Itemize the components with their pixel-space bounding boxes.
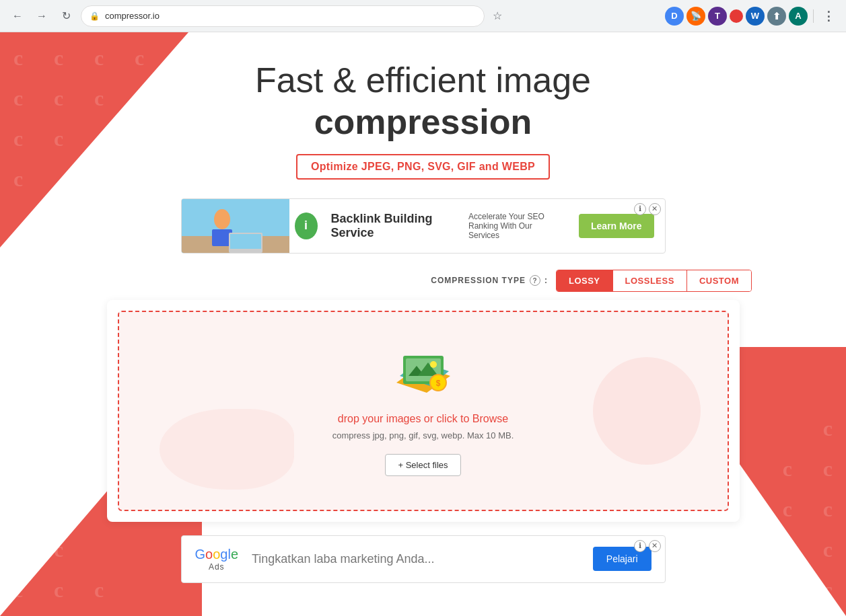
svg-point-2 xyxy=(214,209,230,229)
drop-zone-sub-text: compress jpg, png, gif, svg, webp. Max 1… xyxy=(332,430,514,440)
ext-d-button[interactable]: D xyxy=(665,7,684,26)
compression-type-row: COMPRESSION TYPE ? : LOSSY LOSSLESS CUST… xyxy=(431,270,752,292)
hero-subtitle: Optimize JPEG, PNG, SVG, GIF and WEBP xyxy=(296,154,550,180)
ext-w-button[interactable]: W xyxy=(746,7,765,26)
url-text: compressor.io xyxy=(105,11,160,21)
ad-image xyxy=(182,199,289,253)
drop-zone-wrapper: $ drop your images or click to Browse co… xyxy=(107,300,740,522)
ad-image-illustration xyxy=(182,199,289,253)
ext-rec-button[interactable] xyxy=(730,9,743,23)
drop-zone-decoration-blob xyxy=(160,409,294,490)
google-ads-logo: Google Ads xyxy=(195,547,239,572)
drop-zone-main-text: drop your images or click to Browse xyxy=(338,413,508,425)
svg-point-12 xyxy=(430,361,437,368)
compression-label: COMPRESSION TYPE ? : xyxy=(431,275,548,286)
google-logo-text: Google xyxy=(195,547,239,562)
compression-buttons: LOSSY LOSSLESS CUSTOM xyxy=(556,270,752,292)
ad-text-area: Backlink Building Service xyxy=(323,204,461,248)
lock-icon: 🔒 xyxy=(90,11,100,21)
top-ad-banner: i Backlink Building Service Accelerate Y… xyxy=(181,198,666,254)
ad-info-button[interactable]: ℹ xyxy=(634,203,646,215)
bookmark-icon[interactable]: ☆ xyxy=(493,9,502,22)
compression-custom-button[interactable]: CUSTOM xyxy=(687,270,751,291)
svg-text:$: $ xyxy=(435,379,440,388)
back-button[interactable]: ← xyxy=(8,7,27,26)
ext-t-button[interactable]: T xyxy=(708,7,727,26)
bottom-ad-info-button[interactable]: ℹ xyxy=(634,540,646,552)
drop-zone[interactable]: $ drop your images or click to Browse co… xyxy=(118,311,729,511)
bottom-ad-corner-buttons: ℹ ✕ xyxy=(634,540,661,552)
separator xyxy=(813,9,814,23)
ad-title: Backlink Building Service xyxy=(331,212,453,240)
ad-close-button[interactable]: ✕ xyxy=(649,203,661,215)
refresh-button[interactable]: ↻ xyxy=(57,7,75,26)
svg-rect-5 xyxy=(230,234,261,249)
forward-button[interactable]: → xyxy=(32,7,51,26)
ad-description: Accelerate Your SEO Ranking With Our Ser… xyxy=(460,212,568,240)
ad-logo: i xyxy=(289,199,323,253)
ext-a-button[interactable]: A xyxy=(789,7,808,26)
menu-button[interactable]: ⋮ xyxy=(819,7,838,26)
browser-extensions: D 📡 T W ⬆ A ⋮ xyxy=(665,7,838,26)
upload-image-icon: $ xyxy=(390,346,457,399)
ext-rss-button[interactable]: 📡 xyxy=(686,7,705,26)
ad-logo-icon: i xyxy=(295,213,318,239)
upload-icon-svg: $ xyxy=(390,346,457,399)
browser-chrome: ← → ↻ 🔒 compressor.io ☆ D 📡 T W ⬆ A ⋮ xyxy=(0,0,846,32)
ad-corner-buttons: ℹ ✕ xyxy=(634,203,661,215)
ad-cta-button[interactable]: Learn More xyxy=(579,214,654,238)
bottom-ad-banner: Google Ads Tingkatkan laba marketing And… xyxy=(181,535,666,583)
ads-label: Ads xyxy=(209,562,225,572)
address-bar[interactable]: 🔒 compressor.io xyxy=(81,5,485,27)
compression-help-icon[interactable]: ? xyxy=(530,275,540,286)
hero-title: Fast & efficient image compression xyxy=(255,59,591,143)
select-files-button[interactable]: + Select files xyxy=(385,454,460,476)
main-content: Fast & efficient image compression Optim… xyxy=(0,32,846,583)
bottom-ad-close-button[interactable]: ✕ xyxy=(649,540,661,552)
compression-lossy-button[interactable]: LOSSY xyxy=(557,270,613,291)
drop-zone-decoration-circle xyxy=(593,357,701,465)
compression-lossless-button[interactable]: LOSSLESS xyxy=(613,270,687,291)
ext-share-button[interactable]: ⬆ xyxy=(767,7,786,26)
bottom-ad-text: Tingkatkan laba marketing Anda... xyxy=(252,552,579,566)
page-background: c c c c c c c c c c c c c c c c c c c c … xyxy=(0,32,846,616)
